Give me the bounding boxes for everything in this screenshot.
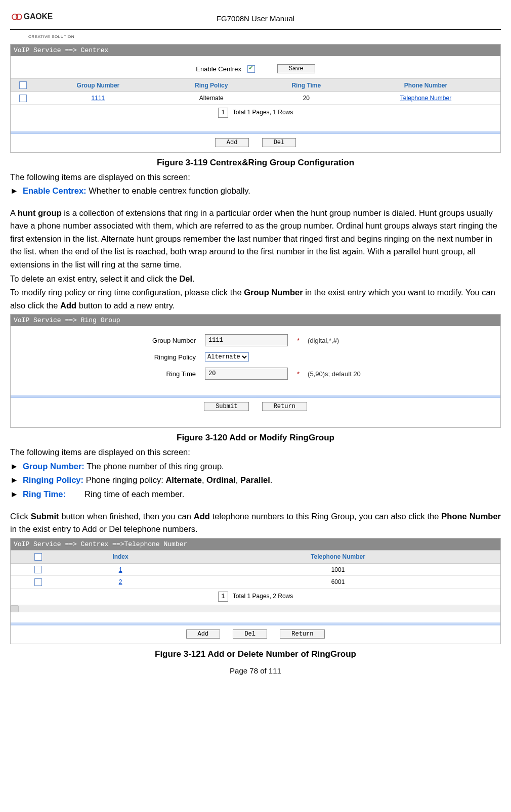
panel-titlebar: VoIP Service ==> Centrex ==>Telephone Nu… <box>11 538 500 550</box>
text-fragment: To delete an exist entry, select it and … <box>10 274 179 283</box>
del-button[interactable]: Del <box>262 138 296 147</box>
figure-caption-119: Figure 3-119 Centrex&Ring Group Configur… <box>10 158 501 168</box>
panel-titlebar: VoIP Service ==> Centrex <box>11 44 500 56</box>
panel-titlebar: VoIP Service ==> Ring Group <box>11 314 500 326</box>
intro-line: The following items are displayed on thi… <box>10 171 501 184</box>
add-button[interactable]: Add <box>186 629 221 639</box>
pager-page[interactable]: 1 <box>218 592 228 602</box>
text-fragment: , <box>202 475 206 484</box>
bullet-icon: ► <box>10 475 18 484</box>
col-index: Index <box>65 550 176 563</box>
term-ringing-policy: Ringing Policy: <box>23 475 83 484</box>
text-fragment: A <box>10 208 18 217</box>
term-group-number: Group Number: <box>23 462 84 471</box>
intro-line: The following items are displayed on thi… <box>10 446 501 459</box>
bullet-icon: ► <box>10 489 18 499</box>
col-telephone: Telephone Number <box>176 550 500 563</box>
text-fragment: button to add a new entry. <box>76 301 175 310</box>
group-number-link[interactable]: 1111 <box>92 95 105 102</box>
text-fragment: To modify ring policy or ring time confi… <box>10 288 244 297</box>
term-hunt-group: hunt group <box>18 208 62 217</box>
text-fragment: . <box>270 475 273 484</box>
required-icon: * <box>297 337 300 344</box>
svg-point-1 <box>16 14 22 20</box>
ring-time-input[interactable] <box>205 368 288 380</box>
table-row: 1 1001 <box>11 563 500 575</box>
term-del: Del <box>179 274 192 283</box>
text-fragment: button when finished, then you can <box>59 512 194 521</box>
hint-group-number: (digital,*,#) <box>308 337 339 344</box>
pager-text: Total 1 Pages, 2 Rows <box>233 593 293 600</box>
logo-icon: GAOKE <box>10 10 66 26</box>
return-button[interactable]: Return <box>262 402 307 411</box>
row-checkbox[interactable] <box>19 95 27 102</box>
scrollbar-thumb[interactable] <box>11 605 19 612</box>
text-fragment: Click <box>10 512 31 521</box>
label-ringing-policy: Ringing Policy <box>14 353 199 361</box>
cell-telephone: 1001 <box>176 563 500 575</box>
pager: 1 Total 1 Pages, 2 Rows <box>11 589 500 605</box>
doc-title: FG7008N User Manual <box>66 14 445 23</box>
add-button[interactable]: Add <box>215 138 249 147</box>
page-footer: Page 78 of 111 <box>10 666 501 675</box>
label-ring-time: Ring Time <box>14 370 199 378</box>
col-ring-policy: Ring Policy <box>161 79 262 92</box>
enable-centrex-checkbox[interactable] <box>247 65 255 73</box>
cell-ring-time: 20 <box>262 92 351 104</box>
term-phone-number: Phone Number <box>441 512 501 521</box>
horizontal-scrollbar[interactable] <box>11 605 500 612</box>
desc-group-number: The phone number of this ring group. <box>87 462 224 471</box>
desc-enable-centrex: Whether to enable centrex function globa… <box>89 186 250 195</box>
select-all-checkbox[interactable] <box>34 553 42 561</box>
screenshot-centrex: VoIP Service ==> Centrex Enable Centrex … <box>10 44 501 153</box>
term-ring-time: Ring Time: <box>23 489 66 499</box>
doc-header: GAOKE FG7008N User Manual <box>10 10 501 30</box>
logo-block: GAOKE <box>10 10 66 26</box>
cell-telephone: 6001 <box>176 576 500 588</box>
cell-ring-policy: Alternate <box>161 92 262 104</box>
brand-tagline: CREATIVE SOLUTION <box>28 34 74 39</box>
term-submit: Submit <box>31 512 59 521</box>
row-checkbox[interactable] <box>34 578 42 586</box>
pager-page[interactable]: 1 <box>218 108 228 118</box>
col-group-number: Group Number <box>35 79 161 92</box>
submit-button[interactable]: Submit <box>204 402 249 411</box>
bullet-icon: ► <box>10 186 18 195</box>
term-add: Add <box>194 512 210 521</box>
col-ring-time: Ring Time <box>262 79 351 92</box>
desc-ring-time: Ring time of each member. <box>84 489 184 499</box>
table-row: 2 6001 <box>11 576 500 588</box>
enable-centrex-label: Enable Centrex <box>196 65 241 73</box>
index-link[interactable]: 1 <box>119 566 122 573</box>
bullet-icon: ► <box>10 462 18 471</box>
row-checkbox[interactable] <box>34 566 42 573</box>
text-fragment: Phone ringing policy: <box>86 475 166 484</box>
policy-ordinal: Ordinal <box>206 475 236 484</box>
index-link[interactable]: 2 <box>119 578 122 585</box>
return-button[interactable]: Return <box>280 629 325 639</box>
phone-number-link[interactable]: Telephone Number <box>400 95 451 102</box>
term-add: Add <box>60 301 76 310</box>
svg-text:GAOKE: GAOKE <box>24 12 53 21</box>
term-enable-centrex: Enable Centrex: <box>23 186 87 195</box>
screenshot-ring-group-form: VoIP Service ==> Ring Group Group Number… <box>10 314 501 428</box>
text-fragment: telephone numbers to this Ring Group, yo… <box>210 512 442 521</box>
screenshot-telephone-number: VoIP Service ==> Centrex ==>Telephone Nu… <box>10 538 501 644</box>
pager: 1 Total 1 Pages, 1 Rows <box>11 105 500 121</box>
hint-ring-time: (5,90)s; default 20 <box>308 370 361 378</box>
pager-text: Total 1 Pages, 1 Rows <box>233 109 293 116</box>
select-all-checkbox[interactable] <box>19 81 27 89</box>
text-fragment: in the exist entry to Add or Del telepho… <box>10 524 198 533</box>
policy-parallel: Parallel <box>240 475 270 484</box>
label-group-number: Group Number <box>14 337 199 344</box>
telephone-table: Index Telephone Number 1 1001 2 6001 <box>11 550 500 589</box>
del-button[interactable]: Del <box>233 629 267 639</box>
table-row: 1111 Alternate 20 Telephone Number <box>11 92 500 104</box>
group-number-input[interactable] <box>205 334 288 346</box>
save-button[interactable]: Save <box>277 64 315 73</box>
text-block-1: The following items are displayed on thi… <box>10 171 501 312</box>
figure-caption-121: Figure 3-121 Add or Delete Number of Rin… <box>10 649 501 659</box>
ringing-policy-select[interactable]: Alternate <box>205 352 249 362</box>
text-fragment: . <box>192 274 195 283</box>
ring-group-table: Group Number Ring Policy Ring Time Phone… <box>11 78 500 105</box>
